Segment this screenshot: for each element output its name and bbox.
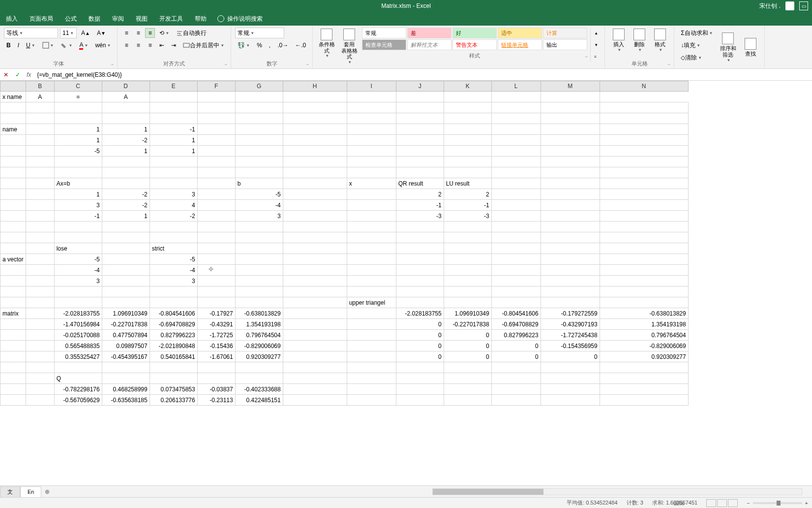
- cell[interactable]: [283, 92, 347, 102]
- cell[interactable]: [600, 243, 688, 254]
- grid-row[interactable]: 33: [0, 276, 689, 286]
- style-check[interactable]: 检查单元格: [362, 39, 406, 50]
- comma-button[interactable]: ,: [267, 40, 273, 51]
- cell[interactable]: 0.422485151: [235, 395, 283, 406]
- tab-insert[interactable]: 插入: [0, 12, 24, 26]
- cell[interactable]: [347, 351, 396, 362]
- cell[interactable]: [197, 92, 235, 102]
- grid-row[interactable]: a vector-5-5: [0, 254, 689, 265]
- cell[interactable]: [283, 254, 347, 265]
- col-header-N[interactable]: N: [600, 81, 688, 92]
- cell[interactable]: -1.72725: [197, 330, 235, 341]
- styles-scroll-up-icon[interactable]: ▲: [592, 28, 601, 38]
- cell[interactable]: [26, 265, 54, 276]
- cell[interactable]: -0.179272559: [541, 308, 600, 319]
- zoom-control[interactable]: − +: [747, 500, 808, 506]
- cell[interactable]: [197, 254, 235, 265]
- cell[interactable]: [541, 254, 600, 265]
- cell[interactable]: [444, 254, 491, 265]
- cell[interactable]: [26, 384, 54, 395]
- increase-decimal-icon[interactable]: .0→: [275, 40, 291, 51]
- cell[interactable]: -0.829006069: [600, 341, 688, 351]
- cell[interactable]: LU result: [444, 178, 491, 189]
- cell[interactable]: [541, 124, 600, 135]
- cell[interactable]: [283, 113, 347, 124]
- grid-row[interactable]: 3-24-4-1-1: [0, 200, 689, 211]
- cell[interactable]: [600, 222, 688, 232]
- cell[interactable]: [347, 362, 396, 373]
- cell[interactable]: [0, 167, 26, 178]
- cell[interactable]: [235, 113, 283, 124]
- cell[interactable]: -5: [150, 254, 197, 265]
- cell[interactable]: 3: [150, 189, 197, 200]
- cell[interactable]: [347, 341, 396, 351]
- style-output[interactable]: 输出: [543, 39, 587, 50]
- cell[interactable]: [26, 330, 54, 341]
- cell[interactable]: [444, 373, 491, 384]
- cell[interactable]: [347, 167, 396, 178]
- style-explain[interactable]: 解释性文本: [407, 39, 451, 50]
- cell[interactable]: [491, 157, 541, 167]
- cell[interactable]: [491, 167, 541, 178]
- grid-row[interactable]: [0, 222, 689, 232]
- cell[interactable]: [102, 276, 150, 286]
- style-neutral[interactable]: 适中: [498, 28, 542, 38]
- grid-row[interactable]: [0, 157, 689, 167]
- cell[interactable]: [102, 243, 150, 254]
- wrap-text-button[interactable]: 自动换行: [174, 28, 209, 38]
- cell[interactable]: [444, 384, 491, 395]
- cell[interactable]: [347, 211, 396, 222]
- bold-button[interactable]: B: [4, 40, 13, 51]
- cell[interactable]: [0, 178, 26, 189]
- cell[interactable]: [197, 243, 235, 254]
- cell[interactable]: [491, 297, 541, 308]
- conditional-format-button[interactable]: 条件格式▼: [317, 28, 336, 59]
- cell[interactable]: [0, 222, 26, 232]
- cell[interactable]: [396, 157, 444, 167]
- cell[interactable]: 0: [444, 341, 491, 351]
- cell[interactable]: -0.782298176: [54, 384, 102, 395]
- cell[interactable]: [541, 286, 600, 297]
- cell[interactable]: [283, 351, 347, 362]
- cell[interactable]: [0, 384, 26, 395]
- cell[interactable]: -0.227017838: [102, 319, 150, 330]
- style-bad[interactable]: 差: [407, 28, 451, 38]
- cell[interactable]: [283, 276, 347, 286]
- zoom-thumb[interactable]: [777, 501, 781, 506]
- cell[interactable]: -1: [396, 200, 444, 211]
- cell[interactable]: [102, 286, 150, 297]
- grid-row[interactable]: -0.567059629-0.6356381850.206133776-0.23…: [0, 395, 689, 406]
- cell[interactable]: [491, 384, 541, 395]
- cell[interactable]: [600, 124, 688, 135]
- cell[interactable]: [0, 276, 26, 286]
- cell[interactable]: [235, 243, 283, 254]
- cell[interactable]: -5: [54, 254, 102, 265]
- cell[interactable]: [444, 276, 491, 286]
- cell[interactable]: [26, 167, 54, 178]
- cell[interactable]: [150, 102, 197, 113]
- cell[interactable]: [347, 384, 396, 395]
- cell[interactable]: -0.635638185: [102, 395, 150, 406]
- cell[interactable]: [396, 297, 444, 308]
- number-format-combo[interactable]: 常规▼: [235, 28, 284, 38]
- col-header-J[interactable]: J: [396, 81, 444, 92]
- borders-button[interactable]: ▼: [40, 40, 57, 51]
- cell[interactable]: [150, 113, 197, 124]
- cell[interactable]: [102, 373, 150, 384]
- align-bottom-icon[interactable]: ≡: [145, 28, 155, 38]
- cell[interactable]: [347, 319, 396, 330]
- cell[interactable]: [600, 286, 688, 297]
- cell[interactable]: [150, 222, 197, 232]
- cell[interactable]: 0.827996223: [150, 330, 197, 341]
- italic-button[interactable]: I: [15, 40, 22, 51]
- font-size-combo[interactable]: 11▼: [60, 28, 77, 38]
- cell[interactable]: [491, 135, 541, 146]
- tell-me[interactable]: 操作说明搜索: [217, 15, 263, 23]
- cell[interactable]: [600, 265, 688, 276]
- orientation-button[interactable]: ⟲▼: [157, 28, 172, 38]
- grid-row[interactable]: 0.355325427-0.4543951670.540165841-1.670…: [0, 351, 689, 362]
- cell[interactable]: 1.096910349: [444, 308, 491, 319]
- tab-developer[interactable]: 开发工具: [153, 12, 189, 26]
- cell[interactable]: [396, 243, 444, 254]
- cell[interactable]: -2: [102, 189, 150, 200]
